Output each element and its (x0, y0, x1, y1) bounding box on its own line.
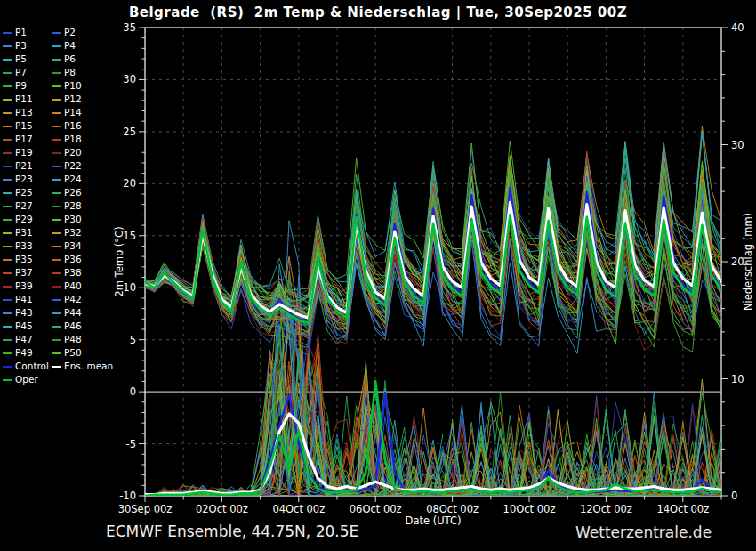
svg-text:40: 40 (731, 21, 744, 34)
svg-text:5: 5 (130, 334, 136, 346)
svg-text:02Oct 00z: 02Oct 00z (196, 503, 248, 515)
svg-text:10: 10 (731, 373, 744, 385)
svg-text:04Oct 00z: 04Oct 00z (272, 503, 325, 515)
svg-text:30: 30 (731, 139, 744, 151)
svg-text:06Oct 00z: 06Oct 00z (350, 503, 402, 515)
ensemble-forecast-page: Belgrade (RS) 2m Temp & Niederschlag | T… (0, 0, 756, 551)
member-precip-line (145, 257, 721, 496)
member-precip-line (145, 311, 721, 496)
svg-text:20: 20 (123, 177, 136, 190)
svg-text:0: 0 (130, 385, 136, 398)
x-axis-label: Date (UTC) (406, 515, 462, 527)
model-location-caption: ECMWF Ensemble, 44.75N, 20.5E (106, 523, 358, 540)
svg-text:10Oct 00z: 10Oct 00z (503, 503, 556, 515)
member-precip-line (145, 320, 721, 497)
svg-text:-5: -5 (126, 438, 136, 450)
svg-text:30: 30 (123, 73, 136, 85)
branding-text: Wetterzentrale.de (575, 523, 712, 541)
y-axis-label-temp: 2m Temp (°C) (113, 226, 125, 296)
svg-text:-10: -10 (119, 490, 136, 502)
svg-text:12Oct 00z: 12Oct 00z (580, 503, 632, 515)
svg-text:35: 35 (123, 21, 136, 34)
y-axis-label-precip: Niederschlag (mm) (742, 213, 754, 311)
member-precip-line (145, 256, 721, 496)
svg-text:25: 25 (123, 126, 136, 138)
svg-text:14Oct 00z: 14Oct 00z (656, 503, 709, 515)
svg-text:08Oct 00z: 08Oct 00z (426, 503, 479, 515)
svg-text:30Sep 00z: 30Sep 00z (118, 503, 173, 515)
svg-text:0: 0 (731, 490, 737, 502)
member-precip-line (145, 325, 721, 497)
